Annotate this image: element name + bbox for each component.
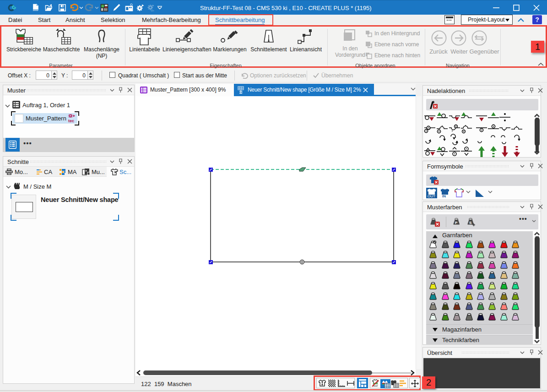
svg-text:sin: sin	[151, 9, 154, 12]
svg-text:P: P	[455, 221, 458, 225]
svg-text:OUT: OUT	[428, 194, 435, 198]
svg-text:tec: tec	[68, 119, 74, 123]
svg-text:IN: IN	[442, 194, 446, 198]
svg-text:S: S	[469, 221, 472, 225]
